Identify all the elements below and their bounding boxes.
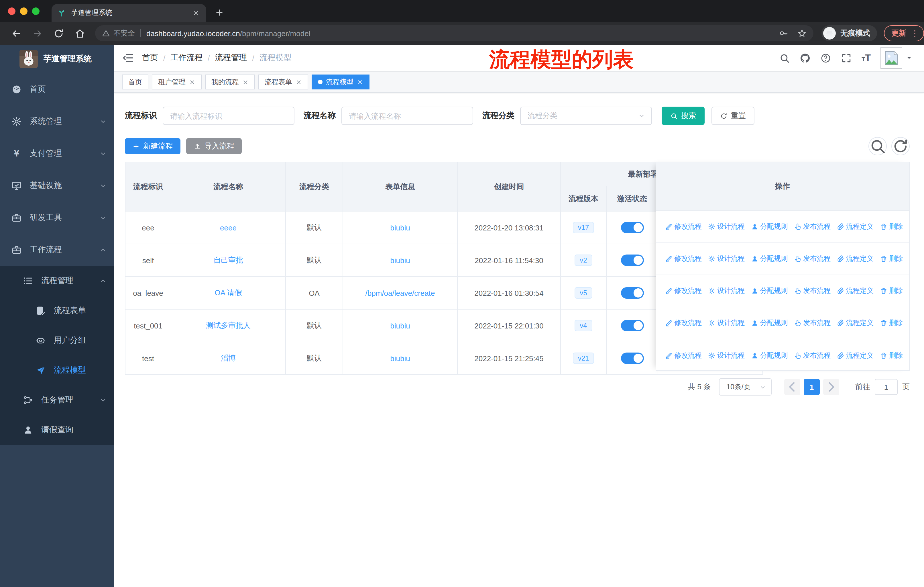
form-link[interactable]: biubiu [390,354,410,362]
tag-流程模型[interactable]: 流程模型 [312,74,370,89]
action-设计流程[interactable]: 设计流程 [708,222,745,231]
tag-close-icon[interactable] [189,79,195,85]
tag-close-icon[interactable] [242,79,249,85]
action-删除[interactable]: 删除 [880,351,903,360]
breadcrumb-item[interactable]: 流程管理 [215,53,247,63]
action-发布流程[interactable]: 发布流程 [794,286,831,296]
action-修改流程[interactable]: 修改流程 [665,286,702,296]
sidebar-item-process-mgmt[interactable]: 流程管理 [0,266,114,296]
action-修改流程[interactable]: 修改流程 [665,351,702,360]
reset-button[interactable]: 重置 [711,107,754,125]
collapse-menu-icon[interactable] [122,52,134,64]
search-button[interactable]: 搜索 [662,107,705,125]
home-icon[interactable] [74,28,85,39]
update-button[interactable]: 更新 ⋮ [884,25,924,41]
action-发布流程[interactable]: 发布流程 [794,351,831,360]
sidebar-item-workflow[interactable]: 工作流程 [0,234,114,266]
breadcrumb-item[interactable]: 首页 [142,53,158,63]
action-分配规则[interactable]: 分配规则 [751,222,788,231]
activation-toggle[interactable] [621,255,644,266]
action-修改流程[interactable]: 修改流程 [665,318,702,328]
breadcrumb-item[interactable]: 工作流程 [170,53,203,63]
sidebar-item-system[interactable]: 系统管理 [0,106,114,137]
password-key-icon[interactable] [779,29,788,38]
action-删除[interactable]: 删除 [880,222,903,231]
next-page-button[interactable] [823,379,839,395]
sidebar-item-process-model[interactable]: 流程模型 [0,356,114,385]
action-设计流程[interactable]: 设计流程 [708,318,745,328]
sidebar-item-home[interactable]: 首页 [0,73,114,106]
form-link[interactable]: biubiu [390,321,410,330]
action-流程定义[interactable]: 流程定义 [837,222,874,231]
sidebar-item-process-form[interactable]: 流程表单 [0,296,114,326]
sidebar-item-payment[interactable]: ¥支付管理 [0,137,114,170]
tag-我的流程[interactable]: 我的流程 [205,74,255,89]
action-删除[interactable]: 删除 [880,254,903,264]
page-size-select[interactable]: 10条/页 [719,378,772,395]
action-删除[interactable]: 删除 [880,318,903,328]
reload-icon[interactable] [53,28,64,39]
font-size-icon[interactable]: TT [861,53,871,63]
process-name-link[interactable]: 测试多审批人 [206,321,251,331]
form-link[interactable]: biubiu [390,256,410,265]
tag-close-icon[interactable] [357,79,363,85]
action-修改流程[interactable]: 修改流程 [665,222,702,231]
version-badge[interactable]: v2 [574,255,592,266]
goto-page-input[interactable] [875,379,898,395]
version-badge[interactable]: v17 [573,222,594,233]
action-流程定义[interactable]: 流程定义 [837,351,874,360]
sidebar-item-infrastructure[interactable]: 基础设施 [0,170,114,202]
create-process-button[interactable]: 新建流程 [125,138,180,154]
process-id-input[interactable] [163,107,294,125]
header-search-icon[interactable] [779,53,790,63]
process-name-link[interactable]: 滔博 [221,353,236,364]
import-process-button[interactable]: 导入流程 [186,138,242,154]
fullscreen-icon[interactable] [841,53,852,63]
action-修改流程[interactable]: 修改流程 [665,254,702,264]
action-分配规则[interactable]: 分配规则 [751,254,788,264]
action-发布流程[interactable]: 发布流程 [794,318,831,328]
back-icon[interactable] [11,28,22,39]
action-流程定义[interactable]: 流程定义 [837,318,874,328]
tag-流程表单[interactable]: 流程表单 [258,74,308,89]
process-name-link[interactable]: OA 请假 [214,288,242,298]
sidebar-item-leave-query[interactable]: 请假查询 [0,415,114,445]
help-icon[interactable] [820,53,831,63]
process-category-select[interactable]: 流程分类 [520,107,652,125]
tag-close-icon[interactable] [295,79,302,85]
action-删除[interactable]: 删除 [880,286,903,296]
action-发布流程[interactable]: 发布流程 [794,222,831,231]
zoom-window-button[interactable] [32,7,40,15]
tag-首页[interactable]: 首页 [122,74,148,89]
activation-toggle[interactable] [621,222,644,233]
action-流程定义[interactable]: 流程定义 [837,286,874,296]
github-icon[interactable] [800,53,810,63]
version-badge[interactable]: v21 [573,352,594,364]
bookmark-star-icon[interactable] [797,29,807,38]
forward-icon[interactable] [32,28,43,39]
process-name-link[interactable]: 自己审批 [213,255,243,265]
toggle-search-button[interactable] [868,137,887,155]
process-name-input[interactable] [342,107,473,125]
action-分配规则[interactable]: 分配规则 [751,351,788,360]
close-window-button[interactable] [8,7,15,15]
avatar-caret-icon[interactable] [906,55,912,61]
sidebar-item-task-mgmt[interactable]: 任务管理 [0,385,114,415]
action-设计流程[interactable]: 设计流程 [708,351,745,360]
activation-toggle[interactable] [621,287,644,299]
action-设计流程[interactable]: 设计流程 [708,254,745,264]
process-name-link[interactable]: eeee [220,223,237,232]
action-发布流程[interactable]: 发布流程 [794,254,831,264]
sidebar-item-devtools[interactable]: 研发工具 [0,202,114,234]
form-link[interactable]: /bpm/oa/leave/create [365,289,435,297]
activation-toggle[interactable] [621,352,644,364]
browser-tab[interactable]: 芋道管理系统 [51,4,206,22]
form-link[interactable]: biubiu [390,223,410,232]
user-avatar[interactable] [881,47,902,69]
tab-close-icon[interactable] [191,8,201,18]
action-流程定义[interactable]: 流程定义 [837,254,874,264]
minimize-window-button[interactable] [20,7,28,15]
window-controls[interactable] [8,7,40,15]
new-tab-button[interactable] [213,6,226,19]
prev-page-button[interactable] [784,379,800,395]
